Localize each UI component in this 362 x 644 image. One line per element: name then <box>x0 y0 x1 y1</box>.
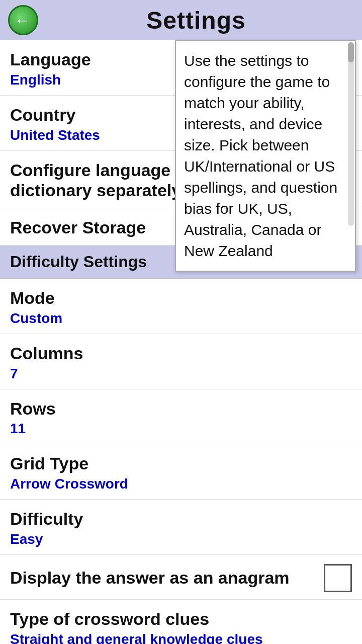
back-arrow-icon: ← <box>14 12 30 28</box>
grid-type-label: Grid Type <box>10 453 352 474</box>
settings-tooltip: Use the settings to configure the game t… <box>175 40 356 272</box>
columns-value: 7 <box>10 366 352 382</box>
difficulty-value: Easy <box>10 531 352 547</box>
grid-type-value: Arrow Crossword <box>10 476 352 492</box>
page-title: Settings <box>38 7 354 34</box>
difficulty-label: Difficulty <box>10 509 352 529</box>
mode-label: Mode <box>10 288 352 308</box>
tooltip-text: Use the settings to configure the game t… <box>184 50 347 262</box>
clue-type-label: Type of crossword clues <box>10 609 352 629</box>
settings-item-grid-type[interactable]: Grid Type Arrow Crossword <box>0 444 362 500</box>
mode-value: Custom <box>10 310 352 327</box>
anagram-checkbox[interactable] <box>324 564 352 592</box>
settings-item-rows[interactable]: Rows 11 <box>0 389 362 445</box>
scrollbar-thumb[interactable] <box>348 42 354 62</box>
settings-item-clue-type[interactable]: Type of crossword clues Straight and gen… <box>0 600 362 644</box>
settings-item-anagram[interactable]: Display the answer as an anagram <box>0 555 362 600</box>
difficulty-settings-list: Mode Custom Columns 7 Rows 11 Grid Type … <box>0 279 362 644</box>
clue-type-value: Straight and general knowledge clues <box>10 631 352 644</box>
settings-item-columns[interactable]: Columns 7 <box>0 334 362 389</box>
rows-label: Rows <box>10 398 352 419</box>
difficulty-section-label: Difficulty Settings <box>10 253 147 271</box>
anagram-label: Display the answer as an anagram <box>10 568 324 588</box>
back-button[interactable]: ← <box>8 5 38 35</box>
settings-item-mode[interactable]: Mode Custom <box>0 279 362 334</box>
header: ← Settings <box>0 0 362 40</box>
settings-item-difficulty[interactable]: Difficulty Easy <box>0 500 362 555</box>
scrollbar[interactable] <box>348 42 354 226</box>
rows-value: 11 <box>10 421 352 437</box>
columns-label: Columns <box>10 343 352 364</box>
